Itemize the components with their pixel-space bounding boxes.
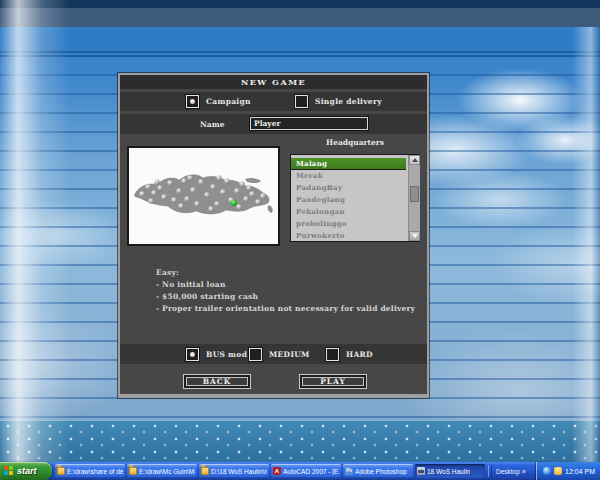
difficulty-description: Easy:- No initial loan- $50,000 starting… [156, 267, 415, 315]
taskbar-clock: 12:04 PM [565, 468, 595, 475]
desktop-toolbar[interactable]: Desktop » [495, 468, 527, 475]
taskbar-task[interactable]: 18 WoS Haulin [415, 464, 485, 478]
task-label: D:\18 WoS Haulin\mod [211, 468, 267, 475]
city-dot[interactable] [194, 201, 199, 206]
hq-item-pekalongan[interactable]: Pekalongan [291, 206, 406, 218]
player-name-input[interactable] [250, 117, 368, 130]
city-dot[interactable] [249, 191, 254, 196]
headquarters-label: Headquarters [290, 138, 420, 147]
task-label: AutoCAD 2007 - [E:\... [283, 468, 339, 475]
task-label: E:\draw\Mc Guin\Mc ... [139, 468, 195, 475]
folder-icon [129, 467, 137, 475]
scroll-thumb[interactable] [410, 186, 419, 202]
city-dot[interactable] [167, 180, 172, 185]
option-label: BUS mod [206, 350, 247, 359]
city-dot[interactable] [151, 190, 156, 195]
unchecked-box-icon[interactable] [326, 348, 339, 361]
city-dot[interactable] [214, 201, 219, 206]
option-single-delivery[interactable]: Single delivery [295, 95, 382, 108]
city-dot[interactable] [145, 184, 150, 189]
city-dot[interactable] [216, 175, 221, 180]
city-dot[interactable] [198, 179, 203, 184]
map-panel[interactable] [127, 146, 280, 246]
city-dot[interactable] [246, 185, 251, 190]
task-label: E:\draw\share of den... [67, 468, 123, 475]
option-label: HARD [346, 350, 373, 359]
folder-icon [57, 467, 65, 475]
difficulty-desc-line: - $50,000 starting cash [156, 291, 415, 303]
option-bus-mod[interactable]: BUS mod [186, 348, 247, 361]
taskbar: start E:\draw\share of den...E:\draw\Mc … [0, 462, 600, 480]
scroll-up-button[interactable] [409, 155, 420, 165]
city-dot[interactable] [255, 199, 260, 204]
hq-item-purwokerto[interactable]: Purwokerto [291, 230, 406, 242]
truck-icon [417, 467, 425, 475]
city-dot[interactable] [243, 196, 248, 201]
city-dot[interactable] [239, 181, 244, 186]
city-dot[interactable] [260, 193, 265, 198]
difficulty-row: BUS modMEDIUMHARD [120, 344, 427, 364]
hq-item-malang[interactable]: Malang [291, 158, 406, 170]
city-dot[interactable] [178, 203, 183, 208]
city-dot[interactable] [204, 192, 209, 197]
up-arrow-icon [412, 158, 418, 162]
option-label: Campaign [206, 97, 251, 106]
option-hard[interactable]: HARD [326, 348, 373, 361]
unchecked-box-icon[interactable] [249, 348, 262, 361]
city-dot[interactable] [157, 185, 162, 190]
headquarters-list[interactable]: MalangMerakPadangBayPandeglangPekalongan… [290, 154, 420, 242]
back-button[interactable]: BACK [183, 374, 251, 389]
taskbar-task[interactable]: AutoCAD 2007 - [E:\... [271, 464, 341, 478]
city-dot[interactable] [208, 206, 213, 211]
city-dot[interactable] [176, 188, 181, 193]
dialog-title: NEW GAME [120, 75, 427, 89]
selected-city-dot[interactable] [231, 200, 237, 206]
city-dot[interactable] [190, 187, 195, 192]
city-dot[interactable] [187, 175, 192, 180]
desktop-toolbar-label: Desktop [496, 468, 520, 475]
task-label: 18 WoS Haulin [427, 468, 470, 475]
city-dot[interactable] [224, 178, 229, 183]
start-button[interactable]: start [0, 462, 52, 480]
city-dot[interactable] [161, 194, 166, 199]
play-button[interactable]: PLAY [299, 374, 367, 389]
folder-icon [201, 467, 209, 475]
checked-box-icon[interactable] [186, 348, 199, 361]
game-mode-row: CampaignSingle delivery [120, 92, 427, 111]
desktop-screen: NEW GAME CampaignSingle delivery Name He… [0, 0, 600, 480]
city-dot[interactable] [184, 196, 189, 201]
city-dot[interactable] [210, 184, 215, 189]
system-tray: 12:04 PM [536, 462, 600, 480]
tray-blue-icon[interactable] [543, 467, 551, 475]
taskbar-task[interactable]: D:\18 WoS Haulin\mod [199, 464, 269, 478]
city-dot[interactable] [148, 198, 153, 203]
hq-scrollbar[interactable] [408, 155, 420, 241]
option-campaign[interactable]: Campaign [186, 95, 251, 108]
city-dot[interactable] [220, 189, 225, 194]
java-map [129, 148, 278, 244]
city-dot[interactable] [139, 191, 144, 196]
checked-box-icon[interactable] [186, 95, 199, 108]
unchecked-box-icon[interactable] [295, 95, 308, 108]
hq-item-merak[interactable]: Merak [291, 170, 406, 182]
option-label: MEDIUM [269, 350, 310, 359]
option-medium[interactable]: MEDIUM [249, 348, 310, 361]
hq-item-pandeglang[interactable]: Pandeglang [291, 194, 406, 206]
hq-item-probolinggo[interactable]: probolinggo [291, 218, 406, 230]
city-dot[interactable] [234, 188, 239, 193]
taskbar-task[interactable]: E:\draw\share of den... [55, 464, 125, 478]
taskbar-task[interactable]: Adobe Photoshop [343, 464, 413, 478]
city-dot[interactable] [181, 178, 186, 183]
taskbar-task[interactable]: E:\draw\Mc Guin\Mc ... [127, 464, 197, 478]
new-game-dialog: NEW GAME CampaignSingle delivery Name He… [118, 73, 429, 398]
name-row: Name [120, 114, 427, 134]
city-dot[interactable] [171, 197, 176, 202]
top-stripe-steel [0, 8, 600, 27]
scroll-down-button[interactable] [409, 231, 420, 241]
name-label: Name [200, 120, 224, 129]
city-dot[interactable] [236, 204, 241, 209]
chevron-icon[interactable]: » [522, 468, 526, 475]
city-dot[interactable] [154, 179, 159, 184]
hq-item-padangbay[interactable]: PadangBay [291, 182, 406, 194]
tray-yellow-icon[interactable] [554, 467, 562, 475]
